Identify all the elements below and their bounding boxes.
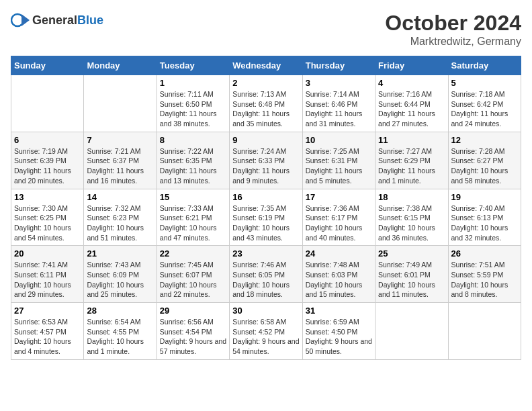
day-number: 5 xyxy=(451,78,518,88)
day-detail: Sunrise: 7:36 AM Sunset: 6:17 PM Dayligh… xyxy=(306,203,372,243)
day-detail: Sunrise: 7:11 AM Sunset: 6:50 PM Dayligh… xyxy=(160,89,226,129)
weekday-col-friday: Friday xyxy=(375,56,448,75)
day-cell: 29Sunrise: 6:56 AM Sunset: 4:54 PM Dayli… xyxy=(157,303,229,360)
day-cell: 1Sunrise: 7:11 AM Sunset: 6:50 PM Daylig… xyxy=(157,75,229,132)
weekday-header-row: SundayMondayTuesdayWednesdayThursdayFrid… xyxy=(11,56,521,75)
day-detail: Sunrise: 6:54 AM Sunset: 4:55 PM Dayligh… xyxy=(87,317,153,357)
location-title: Marktredwitz, Germany xyxy=(385,36,521,48)
day-detail: Sunrise: 7:30 AM Sunset: 6:25 PM Dayligh… xyxy=(14,203,81,243)
title-area: October 2024 Marktredwitz, Germany xyxy=(385,11,521,48)
weekday-col-tuesday: Tuesday xyxy=(157,56,229,75)
day-detail: Sunrise: 7:16 AM Sunset: 6:44 PM Dayligh… xyxy=(378,89,445,129)
day-cell: 21Sunrise: 7:43 AM Sunset: 6:09 PM Dayli… xyxy=(84,246,157,303)
day-number: 21 xyxy=(87,248,153,259)
month-title: October 2024 xyxy=(385,11,521,36)
day-cell: 3Sunrise: 7:14 AM Sunset: 6:46 PM Daylig… xyxy=(302,75,375,132)
day-detail: Sunrise: 7:14 AM Sunset: 6:46 PM Dayligh… xyxy=(306,89,372,129)
day-number: 1 xyxy=(160,78,226,88)
day-detail: Sunrise: 7:48 AM Sunset: 6:03 PM Dayligh… xyxy=(306,260,372,300)
weekday-col-thursday: Thursday xyxy=(302,56,375,75)
day-number: 12 xyxy=(451,135,518,145)
day-detail: Sunrise: 7:25 AM Sunset: 6:31 PM Dayligh… xyxy=(306,146,372,186)
day-cell xyxy=(448,303,521,360)
logo-text-general: General xyxy=(32,13,77,27)
logo: GeneralBlue xyxy=(11,11,103,30)
day-cell: 2Sunrise: 7:13 AM Sunset: 6:48 PM Daylig… xyxy=(230,75,302,132)
week-row-4: 20Sunrise: 7:41 AM Sunset: 6:11 PM Dayli… xyxy=(11,246,521,303)
day-detail: Sunrise: 7:46 AM Sunset: 6:05 PM Dayligh… xyxy=(232,260,299,300)
svg-marker-1 xyxy=(21,14,30,26)
calendar-table: SundayMondayTuesdayWednesdayThursdayFrid… xyxy=(11,56,521,360)
day-cell: 20Sunrise: 7:41 AM Sunset: 6:11 PM Dayli… xyxy=(11,246,84,303)
day-number: 2 xyxy=(232,78,299,88)
day-cell: 27Sunrise: 6:53 AM Sunset: 4:57 PM Dayli… xyxy=(11,303,84,360)
day-detail: Sunrise: 7:33 AM Sunset: 6:21 PM Dayligh… xyxy=(160,203,226,243)
day-number: 9 xyxy=(232,135,299,145)
day-number: 25 xyxy=(378,248,445,259)
day-detail: Sunrise: 7:38 AM Sunset: 6:15 PM Dayligh… xyxy=(378,203,445,243)
day-number: 29 xyxy=(160,306,226,316)
day-detail: Sunrise: 6:59 AM Sunset: 4:50 PM Dayligh… xyxy=(306,317,372,357)
day-cell xyxy=(84,75,157,132)
day-cell: 5Sunrise: 7:18 AM Sunset: 6:42 PM Daylig… xyxy=(448,75,521,132)
week-row-1: 1Sunrise: 7:11 AM Sunset: 6:50 PM Daylig… xyxy=(11,75,521,132)
logo-text-blue: Blue xyxy=(77,13,103,27)
day-cell: 11Sunrise: 7:27 AM Sunset: 6:29 PM Dayli… xyxy=(375,132,448,189)
day-cell: 7Sunrise: 7:21 AM Sunset: 6:37 PM Daylig… xyxy=(84,132,157,189)
day-number: 6 xyxy=(14,135,81,145)
day-number: 15 xyxy=(160,192,226,202)
day-number: 30 xyxy=(232,306,299,316)
day-cell: 15Sunrise: 7:33 AM Sunset: 6:21 PM Dayli… xyxy=(157,189,229,246)
day-detail: Sunrise: 6:53 AM Sunset: 4:57 PM Dayligh… xyxy=(14,317,81,357)
day-cell: 19Sunrise: 7:40 AM Sunset: 6:13 PM Dayli… xyxy=(448,189,521,246)
day-number: 19 xyxy=(451,192,518,202)
day-cell: 26Sunrise: 7:51 AM Sunset: 5:59 PM Dayli… xyxy=(448,246,521,303)
week-row-3: 13Sunrise: 7:30 AM Sunset: 6:25 PM Dayli… xyxy=(11,189,521,246)
day-number: 17 xyxy=(306,192,372,202)
day-detail: Sunrise: 7:49 AM Sunset: 6:01 PM Dayligh… xyxy=(378,260,445,300)
day-number: 22 xyxy=(160,248,226,259)
day-cell: 13Sunrise: 7:30 AM Sunset: 6:25 PM Dayli… xyxy=(11,189,84,246)
day-number: 14 xyxy=(87,192,153,202)
day-detail: Sunrise: 7:21 AM Sunset: 6:37 PM Dayligh… xyxy=(87,146,153,186)
calendar-body: 1Sunrise: 7:11 AM Sunset: 6:50 PM Daylig… xyxy=(11,75,521,360)
logo-icon xyxy=(11,11,30,30)
weekday-col-monday: Monday xyxy=(84,56,157,75)
day-cell xyxy=(11,75,84,132)
day-cell: 16Sunrise: 7:35 AM Sunset: 6:19 PM Dayli… xyxy=(230,189,302,246)
day-cell: 14Sunrise: 7:32 AM Sunset: 6:23 PM Dayli… xyxy=(84,189,157,246)
day-number: 28 xyxy=(87,306,153,316)
day-cell: 8Sunrise: 7:22 AM Sunset: 6:35 PM Daylig… xyxy=(157,132,229,189)
day-cell: 6Sunrise: 7:19 AM Sunset: 6:39 PM Daylig… xyxy=(11,132,84,189)
day-number: 23 xyxy=(232,248,299,259)
day-detail: Sunrise: 6:56 AM Sunset: 4:54 PM Dayligh… xyxy=(160,317,226,357)
weekday-col-wednesday: Wednesday xyxy=(230,56,302,75)
day-number: 13 xyxy=(14,192,81,202)
day-cell: 23Sunrise: 7:46 AM Sunset: 6:05 PM Dayli… xyxy=(230,246,302,303)
day-detail: Sunrise: 7:32 AM Sunset: 6:23 PM Dayligh… xyxy=(87,203,153,243)
day-detail: Sunrise: 7:43 AM Sunset: 6:09 PM Dayligh… xyxy=(87,260,153,300)
weekday-col-sunday: Sunday xyxy=(11,56,84,75)
day-cell: 22Sunrise: 7:45 AM Sunset: 6:07 PM Dayli… xyxy=(157,246,229,303)
day-cell: 18Sunrise: 7:38 AM Sunset: 6:15 PM Dayli… xyxy=(375,189,448,246)
day-number: 8 xyxy=(160,135,226,145)
day-detail: Sunrise: 7:13 AM Sunset: 6:48 PM Dayligh… xyxy=(232,89,299,129)
day-detail: Sunrise: 7:41 AM Sunset: 6:11 PM Dayligh… xyxy=(14,260,81,300)
day-number: 24 xyxy=(306,248,372,259)
day-number: 4 xyxy=(378,78,445,88)
day-cell: 17Sunrise: 7:36 AM Sunset: 6:17 PM Dayli… xyxy=(302,189,375,246)
day-number: 26 xyxy=(451,248,518,259)
day-cell: 28Sunrise: 6:54 AM Sunset: 4:55 PM Dayli… xyxy=(84,303,157,360)
weekday-col-saturday: Saturday xyxy=(448,56,521,75)
day-detail: Sunrise: 7:19 AM Sunset: 6:39 PM Dayligh… xyxy=(14,146,81,186)
day-number: 20 xyxy=(14,248,81,259)
day-number: 3 xyxy=(306,78,372,88)
day-number: 16 xyxy=(232,192,299,202)
day-number: 11 xyxy=(378,135,445,145)
day-cell: 10Sunrise: 7:25 AM Sunset: 6:31 PM Dayli… xyxy=(302,132,375,189)
day-detail: Sunrise: 7:28 AM Sunset: 6:27 PM Dayligh… xyxy=(451,146,518,186)
week-row-2: 6Sunrise: 7:19 AM Sunset: 6:39 PM Daylig… xyxy=(11,132,521,189)
day-detail: Sunrise: 7:22 AM Sunset: 6:35 PM Dayligh… xyxy=(160,146,226,186)
day-number: 27 xyxy=(14,306,81,316)
day-number: 7 xyxy=(87,135,153,145)
